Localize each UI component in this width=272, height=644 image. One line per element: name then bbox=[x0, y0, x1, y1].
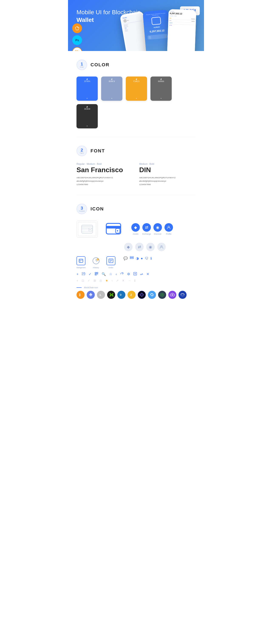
close-x-gray: ✕ bbox=[122, 279, 124, 282]
ps-badge: Ps bbox=[72, 35, 82, 45]
share-icon[interactable] bbox=[120, 272, 124, 276]
assets-label: Assets bbox=[132, 233, 138, 235]
profile-icon-gray bbox=[157, 243, 166, 251]
info-icon: ℹ bbox=[150, 256, 152, 260]
color-swatch-orange: #F5A623 bbox=[126, 76, 147, 101]
svg-text:D: D bbox=[120, 294, 122, 296]
color-swatch-darkgray: #666666 bbox=[150, 76, 172, 101]
sketch-badge bbox=[72, 24, 82, 33]
color-section-header: 1 ONE COLOR bbox=[76, 60, 196, 70]
crypto-icons-row: ₿ Ł D Z bbox=[76, 291, 196, 299]
wallet-wireframe-icon bbox=[76, 220, 98, 238]
svg-rect-2 bbox=[82, 225, 93, 233]
back-icon[interactable]: ‹ bbox=[116, 272, 117, 276]
arrow-icon-gray: → bbox=[128, 279, 131, 282]
svg-rect-34 bbox=[97, 273, 98, 273]
din-weights: Medium · Bold bbox=[139, 162, 196, 165]
discover-icon-gray: ◉ bbox=[146, 243, 155, 251]
font-section: 2 TWO FONT Regular · Medium · Bold San F… bbox=[68, 137, 204, 195]
list-edit-icon[interactable] bbox=[82, 272, 85, 276]
civic-icon bbox=[158, 291, 166, 299]
sf-uppercase: ABCDEFGHIJKLMNOPQRSTUVWXYZ bbox=[76, 176, 133, 180]
exchange-label: Exchange bbox=[142, 233, 151, 235]
screens-badge: 60+ Screens bbox=[72, 47, 82, 51]
svg-marker-46 bbox=[140, 293, 144, 297]
check-icon[interactable]: ✓ bbox=[88, 272, 92, 276]
section-number-1: 1 ONE bbox=[76, 60, 87, 70]
sf-lowercase: abcdefghijklmnopqrstuvwxyz bbox=[76, 180, 133, 183]
qr-icon[interactable] bbox=[95, 272, 98, 276]
qr-icon-gray: ⊞ bbox=[94, 279, 96, 282]
dash-icon: D bbox=[117, 291, 126, 299]
svg-rect-24 bbox=[130, 256, 134, 258]
hero-badges: Ps 60+ Screens bbox=[72, 24, 82, 51]
svg-marker-1 bbox=[77, 26, 79, 28]
close-icon[interactable]: ✕ bbox=[146, 272, 149, 276]
icon-row-main: ◆ Assets ⇄ Exchange ◉ Discover Profile bbox=[76, 220, 196, 238]
order-icon[interactable] bbox=[106, 256, 116, 265]
circle-icon: ● bbox=[141, 256, 143, 260]
din-name: DIN bbox=[139, 166, 196, 174]
phone-right: myWallet 6,297,502.12 Available · 12-298… bbox=[167, 9, 196, 51]
settings-icon[interactable]: ⚙ bbox=[127, 272, 130, 276]
sf-numbers: 1234567890 bbox=[76, 183, 133, 186]
svg-text:Z: Z bbox=[130, 293, 132, 296]
management-label: Mangment bbox=[76, 266, 86, 269]
management-icon[interactable] bbox=[76, 256, 86, 265]
color-swatch-blue: #3574FA bbox=[76, 76, 98, 101]
discover-icon[interactable]: ◉ bbox=[154, 223, 162, 232]
font-title: FONT bbox=[90, 148, 105, 154]
assets-icon-gray: ◆ bbox=[124, 243, 132, 251]
font-item-din: Medium · Bold DIN ABCDEFGHIJKLMNOPQRSTUV… bbox=[139, 162, 196, 186]
icon-section-header: 3 THREE ICON bbox=[76, 204, 196, 214]
search-icon[interactable]: 🔍 bbox=[102, 272, 106, 276]
svg-marker-47 bbox=[141, 294, 143, 296]
blockchain-label: BlockChain Icon bbox=[84, 286, 98, 289]
hero-section: Mobile UI for Blockchain Wallet UI Kit P… bbox=[68, 0, 204, 51]
discover-label: Discover bbox=[154, 233, 162, 235]
check-icon-gray: ✓ bbox=[88, 279, 90, 282]
bottom-nav-management: Mangment bbox=[76, 256, 86, 269]
layers-icon bbox=[130, 256, 134, 260]
blockchain-label-row: BlockChain Icon bbox=[76, 286, 196, 289]
steem-icon bbox=[148, 291, 156, 299]
svg-rect-35 bbox=[96, 274, 96, 275]
list-edit-icon-gray: ⊡ bbox=[82, 279, 84, 282]
star-icon-filled: ★ bbox=[106, 279, 108, 282]
svg-rect-15 bbox=[79, 259, 83, 262]
switch-icon[interactable]: ⇌ bbox=[140, 272, 143, 276]
profile-icon[interactable] bbox=[164, 223, 173, 232]
add-icon-gray: + bbox=[76, 279, 78, 282]
nav-icons-gray-row: ◆ ⇄ ◉ bbox=[124, 243, 196, 251]
chat-icon: 💬 bbox=[124, 256, 128, 260]
star-icon[interactable]: ☆ bbox=[109, 272, 112, 276]
section-number-2: 2 TWO bbox=[76, 146, 87, 156]
exchange-icon[interactable]: ⇄ bbox=[142, 223, 151, 232]
ltc-icon: Ł bbox=[97, 291, 105, 299]
history-icon[interactable] bbox=[92, 256, 100, 265]
add-icon[interactable]: + bbox=[76, 272, 78, 276]
color-section: 1 ONE COLOR #3574FA #8DA0C8 #F5A623 #666… bbox=[68, 51, 204, 137]
svg-rect-10 bbox=[106, 226, 121, 228]
svg-marker-49 bbox=[161, 294, 163, 296]
icon-title: ICON bbox=[90, 206, 104, 212]
assets-icon[interactable]: ◆ bbox=[131, 223, 140, 232]
band-icon bbox=[178, 291, 186, 299]
utility-icons-row-blue: + ✓ 🔍 ☆ ‹ ⚙ ⇌ ✕ bbox=[76, 272, 196, 276]
bottom-nav-order: Order bbox=[106, 256, 116, 269]
svg-text:Ł: Ł bbox=[100, 293, 101, 296]
neo-icon bbox=[107, 291, 115, 299]
din-lowercase: abcdefghijklmnopqrstuvwxyz bbox=[139, 180, 196, 183]
eth-icon bbox=[87, 291, 95, 299]
matic-icon bbox=[168, 291, 176, 299]
sf-weights: Regular · Medium · Bold bbox=[76, 162, 133, 165]
upload-icon[interactable] bbox=[134, 272, 137, 276]
history-label: History bbox=[93, 266, 99, 269]
svg-rect-3 bbox=[82, 226, 93, 228]
blockchain-divider bbox=[76, 287, 82, 288]
phones-area: Profile AI ... Mangment Message Real Car… bbox=[123, 8, 204, 51]
din-numbers: 1234567890 bbox=[139, 183, 196, 186]
info-icon-gray: ℹ bbox=[134, 279, 135, 282]
section-number-3: 3 THREE bbox=[76, 204, 87, 214]
color-swatches: #3574FA #8DA0C8 #F5A623 #666666 #303030 bbox=[76, 76, 196, 128]
